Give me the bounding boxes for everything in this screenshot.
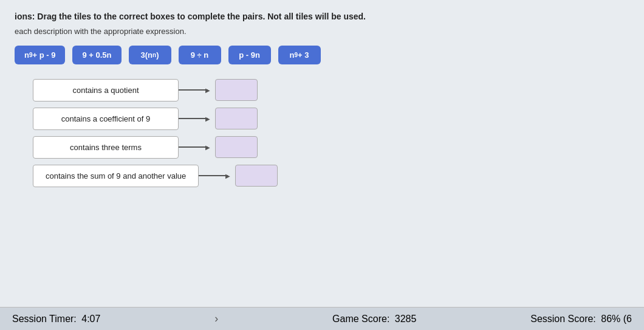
description-box-3: contains three terms xyxy=(33,136,179,159)
instructions-line2: each description with the appropriate ex… xyxy=(15,27,629,36)
arrow-4 xyxy=(199,173,235,179)
tile-3[interactable]: 3(nn) xyxy=(129,46,171,64)
answer-box-3[interactable] xyxy=(215,136,258,158)
tiles-row: n9 + p - 9 9 + 0.5n 3(nn) 9 ÷ n p - 9n n… xyxy=(15,46,629,64)
tile-1[interactable]: n9 + p - 9 xyxy=(15,46,65,64)
chevron-right-icon[interactable]: › xyxy=(214,312,218,325)
match-row-3: contains three terms xyxy=(33,136,629,159)
match-row-2: contains a coefficient of 9 xyxy=(33,108,629,130)
description-box-1: contains a quotient xyxy=(33,79,179,101)
matching-area: contains a quotient contains a coefficie… xyxy=(33,79,629,187)
description-box-2: contains a coefficient of 9 xyxy=(33,108,179,130)
arrow-2 xyxy=(179,115,215,122)
main-container: ions: Drag the tiles to the correct boxe… xyxy=(0,0,644,330)
answer-box-4[interactable] xyxy=(235,165,278,187)
answer-box-2[interactable] xyxy=(215,108,258,129)
tile-4[interactable]: 9 ÷ n xyxy=(179,46,221,64)
arrow-1 xyxy=(179,87,215,94)
tile-6[interactable]: n9 + 3 xyxy=(278,46,321,64)
instructions-line1: ions: Drag the tiles to the correct boxe… xyxy=(15,11,629,23)
footer-session-score: Session Score: 86% (6 xyxy=(530,314,632,325)
arrow-3 xyxy=(179,144,215,151)
footer-game-score: Game Score: 3285 xyxy=(332,314,416,325)
match-row-4: contains the sum of 9 and another value xyxy=(33,165,629,187)
tile-2[interactable]: 9 + 0.5n xyxy=(72,46,121,64)
footer-bar: Session Timer: 4:07 › Game Score: 3285 S… xyxy=(0,307,644,330)
tile-5[interactable]: p - 9n xyxy=(228,46,271,64)
description-box-4: contains the sum of 9 and another value xyxy=(33,165,199,187)
match-row-1: contains a quotient xyxy=(33,79,629,101)
answer-box-1[interactable] xyxy=(215,79,258,101)
footer-timer: Session Timer: 4:07 xyxy=(12,314,100,325)
